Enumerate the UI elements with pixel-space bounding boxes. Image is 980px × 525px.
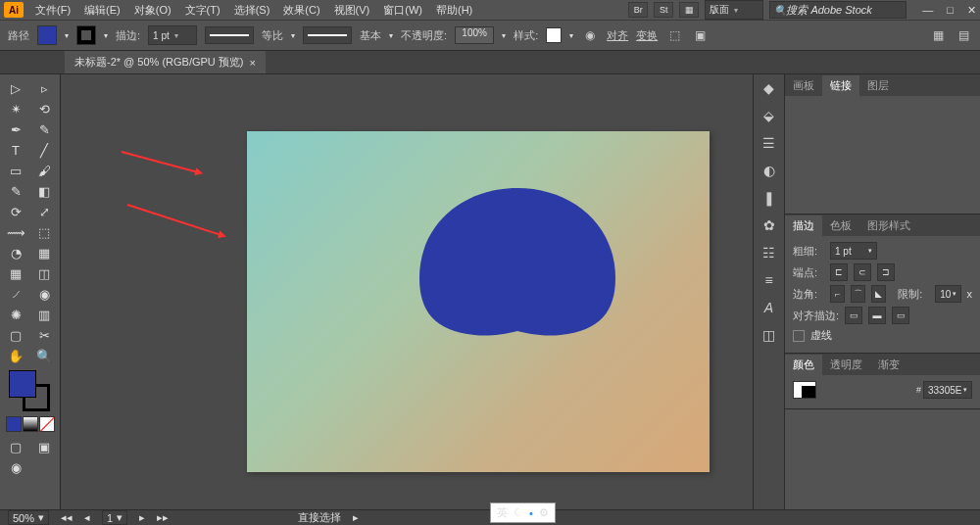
magic-wand-tool[interactable]: ✴	[2, 99, 29, 119]
align-link[interactable]: 对齐	[607, 28, 628, 43]
tab-swatches[interactable]: 色板	[822, 215, 859, 236]
document-tab[interactable]: 未标题-2* @ 50% (RGB/GPU 预览) ×	[65, 51, 266, 73]
panel-menu-icon[interactable]: ▤	[955, 26, 972, 44]
canvas[interactable]	[61, 74, 753, 509]
color-fill-stroke-mini[interactable]	[793, 381, 816, 399]
hex-input[interactable]: 33305E	[923, 381, 972, 399]
transform-link[interactable]: 变换	[636, 28, 658, 43]
layers-panel-icon[interactable]: ☰	[762, 135, 775, 151]
tab-artboards[interactable]: 画板	[785, 75, 822, 96]
slice-tool[interactable]: ✂	[30, 325, 58, 345]
hand-tool[interactable]: ✋	[2, 346, 29, 365]
ime-gear-icon[interactable]: ⚙	[539, 506, 549, 519]
prefs-icon[interactable]: ▦	[929, 26, 947, 44]
stroke-profile-dropdown[interactable]	[205, 26, 254, 44]
stroke-swatch[interactable]	[76, 25, 96, 45]
miter-limit-field[interactable]: 10	[935, 285, 960, 303]
screen-mode-full[interactable]: ▣	[30, 437, 58, 456]
symbols-panel-icon[interactable]: ✿	[763, 217, 775, 233]
libraries-panel-icon[interactable]: ⬙	[763, 108, 774, 123]
color-mode-solid[interactable]	[6, 416, 22, 432]
direct-selection-tool[interactable]: ▹	[30, 78, 58, 98]
curvature-tool[interactable]: ✎	[30, 119, 58, 139]
free-transform-tool[interactable]: ⬚	[30, 222, 58, 242]
corner-round-icon[interactable]: ⌒	[851, 285, 865, 303]
pathfinder-panel-icon[interactable]: ◫	[762, 327, 775, 343]
align-stroke-outside-icon[interactable]: ▭	[892, 307, 909, 324]
gradient-tool[interactable]: ◫	[30, 263, 58, 283]
selection-tool[interactable]: ▷	[2, 78, 29, 98]
type-panel-icon[interactable]: A	[764, 300, 773, 315]
artboard-nav-next[interactable]: ▸▸	[157, 511, 169, 524]
stroke-weight-field[interactable]: 1 pt	[830, 242, 877, 260]
color-mode-none[interactable]	[39, 416, 55, 432]
align-stroke-center-icon[interactable]: ▭	[845, 307, 862, 324]
graph-tool[interactable]: ▥	[30, 305, 58, 324]
width-tool[interactable]: ⟿	[2, 222, 29, 242]
properties-panel-icon[interactable]: ◆	[763, 80, 774, 96]
artboard-number[interactable]: 1▾	[102, 510, 127, 525]
fill-color-box[interactable]	[9, 370, 36, 398]
shape-builder-tool[interactable]: ◔	[2, 243, 29, 262]
cap-square-icon[interactable]: ⊐	[877, 263, 895, 281]
artboard[interactable]	[247, 131, 710, 472]
recolor-icon[interactable]: ◉	[581, 26, 599, 44]
draw-mode[interactable]: ◉	[2, 457, 29, 477]
artboard-nav-prev[interactable]: ◂◂	[61, 511, 73, 524]
tab-links[interactable]: 链接	[822, 75, 859, 96]
isolate-icon[interactable]: ⬚	[665, 26, 683, 44]
artboard-nav-back[interactable]: ◂	[84, 511, 90, 524]
zoom-dropdown[interactable]: 50%▾	[8, 510, 49, 525]
rectangle-tool[interactable]: ▭	[2, 161, 29, 180]
fill-stroke-indicator[interactable]	[9, 370, 52, 413]
menu-file[interactable]: 文件(F)	[29, 1, 76, 20]
ime-indicator[interactable]: 英 ☾ • ⚙	[490, 502, 556, 523]
lasso-tool[interactable]: ⟲	[30, 99, 58, 119]
cap-butt-icon[interactable]: ⊏	[830, 263, 848, 281]
brush-dropdown[interactable]	[303, 26, 352, 44]
crop-icon[interactable]: ▣	[691, 26, 709, 44]
search-stock-input[interactable]: 🔍 搜索 Adobe Stock	[769, 1, 906, 19]
fill-swatch[interactable]	[37, 25, 57, 45]
blend-tool[interactable]: ◉	[30, 284, 58, 304]
menu-effect[interactable]: 效果(C)	[277, 1, 325, 20]
appearance-panel-icon[interactable]: ◐	[763, 163, 775, 178]
dashed-checkbox[interactable]	[793, 330, 805, 342]
vector-shape[interactable]	[414, 184, 621, 341]
maximize-button[interactable]: □	[947, 4, 954, 17]
symbol-sprayer-tool[interactable]: ✺	[2, 305, 29, 324]
brush-tool[interactable]: 🖌	[30, 161, 58, 180]
artboard-tool[interactable]: ▢	[2, 325, 29, 345]
align-panel-icon[interactable]: ≡	[764, 272, 772, 288]
menu-edit[interactable]: 编辑(E)	[78, 1, 126, 20]
menu-help[interactable]: 帮助(H)	[430, 1, 478, 20]
opacity-input[interactable]: 100%	[455, 26, 494, 44]
cap-round-icon[interactable]: ⊂	[854, 263, 871, 281]
brushes-panel-icon[interactable]: ❚	[763, 190, 775, 206]
tab-gradient[interactable]: 渐变	[870, 355, 907, 375]
stock-button[interactable]: St	[654, 2, 673, 18]
tab-transparency[interactable]: 透明度	[822, 355, 870, 375]
color-mode-gradient[interactable]	[23, 416, 38, 432]
zoom-tool[interactable]: 🔍	[30, 346, 58, 365]
minimize-button[interactable]: —	[922, 4, 933, 17]
artboard-nav-fwd[interactable]: ▸	[139, 511, 145, 524]
screen-mode-normal[interactable]: ▢	[2, 437, 29, 456]
menu-window[interactable]: 窗口(W)	[377, 1, 428, 20]
pen-tool[interactable]: ✒	[2, 119, 29, 139]
stroke-weight-input[interactable]: 1 pt	[148, 25, 197, 45]
corner-bevel-icon[interactable]: ◣	[871, 285, 886, 303]
tab-graphic-styles[interactable]: 图形样式	[859, 215, 918, 236]
close-tab-button[interactable]: ×	[250, 57, 256, 69]
line-tool[interactable]: ╱	[30, 140, 58, 160]
scale-tool[interactable]: ⤢	[30, 202, 58, 221]
graphic-style-swatch[interactable]	[546, 27, 562, 43]
eyedropper-tool[interactable]: ⟋	[2, 284, 29, 304]
tab-stroke[interactable]: 描边	[785, 215, 822, 236]
arrange-button[interactable]: ▦	[679, 2, 699, 18]
align-stroke-inside-icon[interactable]: ▬	[868, 307, 886, 324]
bridge-button[interactable]: Br	[628, 2, 648, 18]
close-window-button[interactable]: ✕	[967, 4, 976, 17]
stroke-panel-icon[interactable]: ☷	[762, 245, 775, 261]
menu-view[interactable]: 视图(V)	[328, 1, 376, 20]
